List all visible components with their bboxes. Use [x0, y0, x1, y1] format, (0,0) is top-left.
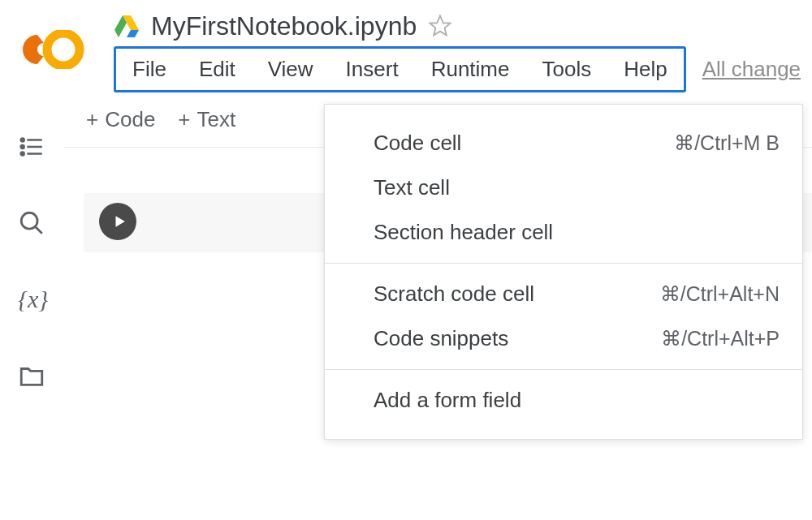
add-code-label: Code — [105, 107, 155, 132]
svg-point-9 — [21, 153, 24, 156]
menu-view[interactable]: View — [252, 54, 330, 85]
menu-item-scratch-code[interactable]: Scratch code cell ⌘/Ctrl+Alt+N — [325, 272, 802, 316]
left-sidebar: {x} — [0, 92, 63, 389]
menu-tools[interactable]: Tools — [525, 54, 607, 85]
plus-icon: + — [178, 107, 190, 132]
menu-item-shortcut: ⌘/Ctrl+Alt+P — [661, 327, 780, 350]
menu-item-snippets[interactable]: Code snippets ⌘/Ctrl+Alt+P — [325, 316, 802, 361]
menu-item-text-cell[interactable]: Text cell — [325, 165, 802, 210]
files-icon[interactable] — [18, 362, 45, 389]
svg-point-5 — [21, 139, 24, 142]
menu-item-label: Text cell — [374, 175, 450, 200]
menu-item-label: Scratch code cell — [374, 281, 534, 307]
document-title[interactable]: MyFirstNotebook.ipynb — [151, 11, 417, 41]
toc-icon[interactable] — [18, 133, 45, 161]
add-code-button[interactable]: + Code — [86, 107, 155, 132]
menu-item-shortcut: ⌘/Ctrl+Alt+N — [660, 282, 780, 306]
svg-marker-13 — [115, 216, 124, 227]
menu-item-label: Code cell — [374, 131, 461, 156]
variables-icon[interactable]: {x} — [18, 286, 45, 313]
svg-marker-2 — [127, 30, 139, 37]
menu-item-code-cell[interactable]: Code cell ⌘/Ctrl+M B — [325, 121, 802, 165]
menu-item-form-field[interactable]: Add a form field — [325, 378, 802, 423]
drive-icon — [114, 14, 140, 40]
menu-item-label: Add a form field — [374, 388, 521, 413]
menu-file[interactable]: File — [116, 54, 183, 85]
menu-insert[interactable]: Insert — [330, 54, 415, 85]
plus-icon: + — [86, 107, 98, 132]
colab-logo — [23, 29, 88, 70]
menubar: File Edit View Insert Runtime Tools Help — [114, 46, 686, 92]
svg-point-0 — [47, 33, 80, 66]
svg-line-12 — [35, 226, 42, 234]
menu-item-section-header[interactable]: Section header cell — [325, 210, 802, 255]
run-cell-button[interactable] — [99, 203, 136, 240]
svg-point-11 — [21, 213, 37, 229]
menu-help[interactable]: Help — [607, 54, 683, 85]
save-status[interactable]: All change — [702, 57, 801, 82]
svg-marker-4 — [430, 15, 451, 35]
svg-point-7 — [21, 145, 24, 148]
menu-runtime[interactable]: Runtime — [415, 54, 526, 85]
add-text-button[interactable]: + Text — [178, 107, 235, 132]
menu-item-shortcut: ⌘/Ctrl+M B — [674, 131, 780, 155]
add-text-label: Text — [197, 107, 236, 132]
search-icon[interactable] — [18, 209, 45, 237]
star-icon[interactable] — [428, 14, 454, 40]
menu-item-label: Code snippets — [374, 326, 508, 351]
menu-edit[interactable]: Edit — [183, 54, 252, 85]
insert-menu-dropdown: Code cell ⌘/Ctrl+M B Text cell Section h… — [324, 104, 803, 440]
menu-item-label: Section header cell — [374, 220, 553, 245]
